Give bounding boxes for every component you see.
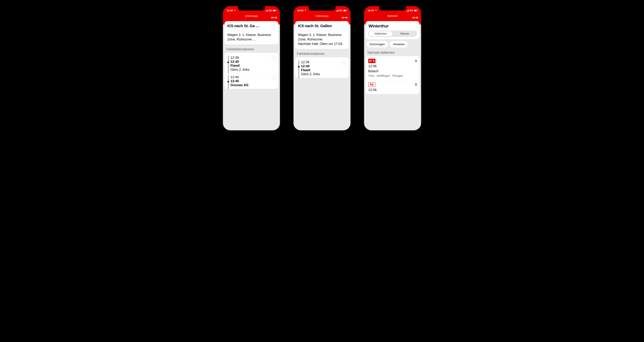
line-badge: RE [368, 82, 375, 87]
notch [308, 6, 336, 10]
section-label: Fahrtinformationen [295, 51, 349, 57]
station-name: Winterthur [368, 24, 417, 28]
chevron-right-icon: › [274, 77, 274, 79]
sbb-logo-icon [412, 16, 418, 20]
chevron-right-icon: › [344, 62, 345, 64]
segmented-control[interactable]: Abfahrten Perron [368, 30, 417, 37]
content: IC5 nach St. Gallen ⌃ Wagen 3. 1. Klasse… [294, 21, 350, 130]
stop-row[interactable]: 12:44 12:45 Gossau SG › [227, 74, 276, 89]
network-label: 5G [269, 9, 272, 12]
location-icon [234, 9, 236, 12]
network-label: 5G [410, 9, 413, 12]
trip-card[interactable]: IC5 nach St. Ga … ⌃ Wagen 3. 1. Klasse. … [224, 21, 278, 44]
departure-row[interactable]: IC 5 9 12:06 Bülach Töss Wülflingen Pfun… [368, 57, 417, 80]
stops-list: 12:39 12:40 Flawil Gleis 2, links › 12:4… [224, 53, 278, 89]
trip-card[interactable]: IC5 nach St. Gallen ⌃ Wagen 3. 1. Klasse… [295, 21, 349, 49]
volume-up [221, 35, 221, 44]
volume-up [362, 35, 362, 44]
signal-icon [336, 10, 338, 12]
segment-departures[interactable]: Abfahrten [368, 31, 393, 36]
stop-track: Gleis 2, links [301, 72, 342, 76]
platform: 9 [415, 59, 417, 63]
stop-track: Gleis 2, links [230, 68, 272, 72]
screen: 16:03 5G Unterwegs [294, 6, 350, 130]
stops-list: 12:39 12:40 Flawil Gleis 2, links › [295, 57, 349, 78]
stop-arrival: 12:44 [230, 75, 272, 79]
content: IC5 nach St. Ga … ⌃ Wagen 3. 1. Klasse. … [223, 21, 280, 130]
stop-row[interactable]: 12:39 12:40 Flawil Gleis 2, links › [227, 54, 276, 74]
stop-arrival: 12:39 [301, 60, 342, 64]
volume-up [291, 35, 292, 44]
status-time: 16:03 [368, 9, 374, 12]
volume-down [221, 47, 221, 56]
volume-down [291, 47, 292, 56]
status-time: 16:03 [226, 9, 233, 12]
chevron-up-icon: ⌃ [343, 25, 344, 27]
trip-title: IC5 nach St. Ga … [227, 24, 269, 28]
notch [379, 6, 406, 10]
stop-departure: 12:45 [230, 79, 272, 83]
content: Winterthur Abfahrten Perron Durchsagen H… [364, 21, 421, 130]
battery-icon [273, 10, 276, 12]
station-card: Winterthur Abfahrten Perron [366, 21, 420, 39]
line-badge: IC 5 [368, 59, 376, 63]
phone-2: 16:03 5G Unterwegs [291, 4, 353, 133]
location-icon [304, 9, 306, 12]
row-detail-button[interactable]: › [272, 76, 276, 80]
chip-announcements[interactable]: Durchsagen [366, 41, 388, 48]
sbb-logo-icon [271, 16, 277, 20]
collapse-button[interactable]: ⌃ [270, 24, 276, 28]
mute-switch [221, 26, 221, 31]
row-detail-button[interactable]: › [342, 61, 346, 65]
network-label: 5G [339, 9, 342, 12]
section-label: Nächste Abfahrten [366, 50, 420, 56]
status-time: 16:03 [297, 9, 304, 12]
location-icon [375, 9, 377, 12]
sbb-logo-icon [342, 16, 348, 20]
departures-list: IC 5 9 12:06 Bülach Töss Wülflingen Pfun… [366, 56, 420, 94]
stop-departure: 12:40 [301, 64, 342, 68]
power-button [423, 38, 423, 52]
trip-details: Wagen 3. 1. Klasse. Business Zone, Ruhez… [298, 32, 346, 46]
departure-time: 12:06 [368, 64, 417, 68]
trip-title: IC5 nach St. Gallen [298, 24, 340, 28]
phone-3: 16:03 5G Bahnhof Wintert [362, 4, 423, 133]
screen: 16:03 5G Unterwegs [223, 6, 280, 130]
chip-row: Durchsagen Hinweise [366, 41, 420, 50]
chevron-right-icon: › [274, 58, 274, 60]
departure-destination: Bülach [368, 69, 417, 73]
line-number: 5 [373, 59, 374, 62]
stop-departure: 12:40 [230, 60, 272, 64]
stop-row[interactable]: 12:39 12:40 Flawil Gleis 2, links › [298, 58, 346, 78]
screen: 16:03 5G Bahnhof Wintert [364, 6, 421, 130]
stop-arrival: 12:39 [230, 56, 272, 60]
collapse-button[interactable]: ⌃ [341, 24, 346, 28]
platform: 8 [415, 82, 417, 86]
departure-via: Töss Wülflingen Pfungen [368, 74, 417, 78]
row-detail-button[interactable]: › [272, 56, 276, 61]
segment-platform[interactable]: Perron [393, 31, 417, 36]
chip-notices[interactable]: Hinweise [390, 41, 408, 48]
stop-name: Flawil [230, 64, 272, 68]
mute-switch [362, 26, 362, 31]
power-button [282, 38, 282, 52]
volume-down [362, 47, 362, 56]
stop-name: Flawil [301, 68, 342, 72]
battery-icon [414, 10, 418, 12]
signal-icon [407, 10, 409, 12]
departure-row[interactable]: RE 8 12:06 [368, 80, 417, 94]
section-label: Fahrtinformationen [224, 46, 278, 53]
stop-name: Gossau SG [230, 83, 272, 87]
battery-icon [343, 10, 347, 12]
trip-details: Wagen 3. 1. Klasse. Business Zone, Ruhez… [227, 32, 276, 42]
power-button [352, 38, 353, 52]
phone-1: 16:03 5G Unterwegs [221, 4, 282, 133]
notch [238, 6, 265, 10]
departure-time: 12:06 [368, 88, 417, 92]
chevron-up-icon: ⌃ [272, 25, 274, 27]
signal-icon [266, 10, 268, 12]
mute-switch [291, 26, 292, 31]
line-type: IC [369, 59, 372, 62]
